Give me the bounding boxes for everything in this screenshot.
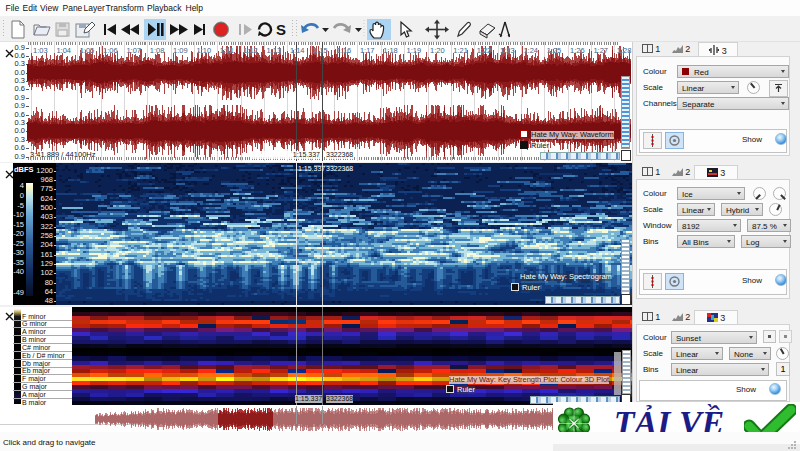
svg-text:S: S — [276, 21, 286, 38]
